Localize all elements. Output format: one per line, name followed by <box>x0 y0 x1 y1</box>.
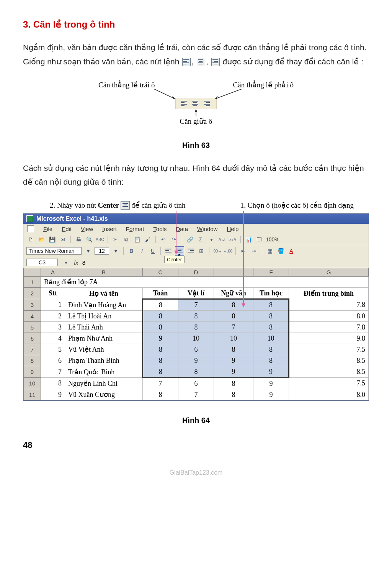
mail-icon[interactable]: ✉ <box>59 235 67 244</box>
col-header[interactable]: G <box>289 268 369 277</box>
cell[interactable]: 9 <box>178 355 214 366</box>
cell[interactable]: Lê Thái Anh <box>65 322 143 333</box>
cell[interactable]: Điểm trung bình <box>289 288 369 299</box>
cell[interactable]: 9 <box>214 366 253 378</box>
cell[interactable]: 8 <box>143 299 178 311</box>
align-center-icon[interactable]: ↖ <box>175 246 184 256</box>
col-header[interactable] <box>214 268 253 277</box>
spreadsheet[interactable]: A B C D F G 1 Bảng điểm lớp 7A 2 Stt Họ … <box>23 268 369 400</box>
cell[interactable]: 8.0 <box>289 389 369 400</box>
col-header[interactable]: B <box>65 268 143 277</box>
cell[interactable]: 8 <box>143 322 178 333</box>
cell[interactable]: 8 <box>143 311 178 322</box>
name-box[interactable]: C3 <box>26 259 58 266</box>
menu-edit[interactable]: Edit <box>62 226 72 232</box>
cell[interactable]: 8 <box>41 378 65 389</box>
autosum-icon[interactable]: Σ <box>196 235 205 244</box>
cell[interactable]: 9 <box>143 333 178 344</box>
cell[interactable]: 7 <box>214 322 253 333</box>
cell[interactable]: 8 <box>253 311 289 322</box>
cell[interactable]: 8 <box>143 355 178 366</box>
cell[interactable]: 9 <box>214 355 253 366</box>
row-header[interactable]: 11 <box>24 389 41 400</box>
cell[interactable]: 9 <box>253 366 289 378</box>
save-icon[interactable]: 💾 <box>48 235 56 244</box>
increase-decimal-icon[interactable]: .00→ <box>213 247 221 255</box>
spellcheck-icon[interactable]: ABC <box>96 235 104 244</box>
row-header[interactable]: 7 <box>24 344 41 355</box>
italic-icon[interactable]: I <box>138 247 146 255</box>
cell[interactable]: Trần Quốc Bình <box>65 366 143 378</box>
sort-asc-icon[interactable]: A↓Z <box>218 235 226 244</box>
increase-indent-icon[interactable]: ⇥ <box>250 247 258 255</box>
cell[interactable]: 7.5 <box>289 378 369 389</box>
cell[interactable]: 1 <box>41 299 65 311</box>
cell[interactable]: Toán <box>143 288 178 299</box>
cell[interactable]: 9 <box>41 389 65 400</box>
cell[interactable]: 10 <box>253 333 289 344</box>
cell[interactable]: 8 <box>143 389 178 400</box>
new-icon[interactable]: 🗋 <box>26 235 35 244</box>
decrease-indent-icon[interactable]: ⇤ <box>239 247 248 255</box>
redo-icon[interactable]: ↷ <box>170 235 178 244</box>
zoom-value[interactable]: 100% <box>266 236 279 243</box>
cell[interactable]: 8 <box>214 389 253 400</box>
row-header[interactable]: 2 <box>24 288 41 299</box>
preview-icon[interactable]: 🔍 <box>85 235 93 244</box>
cell[interactable]: 10 <box>178 333 214 344</box>
align-left-icon[interactable] <box>164 247 173 255</box>
row-header[interactable]: 6 <box>24 333 41 344</box>
font-color-icon[interactable]: A <box>287 247 296 255</box>
col-header[interactable]: F <box>253 268 289 277</box>
cell[interactable]: 8 <box>253 322 289 333</box>
row-header[interactable]: 8 <box>24 355 41 366</box>
col-header[interactable]: A <box>41 268 65 277</box>
bold-icon[interactable]: B <box>127 247 136 255</box>
col-header[interactable]: D <box>178 268 214 277</box>
dropdown-icon[interactable]: ▾ <box>207 235 216 244</box>
cell[interactable]: 9 <box>253 389 289 400</box>
cell[interactable]: 7.8 <box>289 299 369 311</box>
cell[interactable]: Đinh Vạn Hoàng An <box>65 299 143 311</box>
fontsize-selector[interactable]: 12 <box>95 247 109 255</box>
menu-file[interactable]: File <box>43 226 52 232</box>
cell[interactable]: Phạm Thanh Bình <box>65 355 143 366</box>
copy-icon[interactable]: ⧉ <box>122 235 131 244</box>
row-header[interactable]: 4 <box>24 311 41 322</box>
menu-tools[interactable]: Tools <box>153 226 167 232</box>
menu-help[interactable]: Help <box>227 226 238 232</box>
cell[interactable]: 7.5 <box>289 344 369 355</box>
cell[interactable]: 8.5 <box>289 366 369 378</box>
row-header[interactable]: 9 <box>24 366 41 378</box>
cell[interactable]: 8 <box>253 344 289 355</box>
corner-cell[interactable] <box>24 268 41 277</box>
row-header[interactable]: 1 <box>24 277 41 288</box>
cell[interactable]: 8 <box>214 311 253 322</box>
cell[interactable]: 6 <box>41 355 65 366</box>
cell[interactable]: 9.8 <box>289 333 369 344</box>
menu-insert[interactable]: Insert <box>102 226 117 232</box>
cell[interactable]: 8 <box>214 344 253 355</box>
cell[interactable]: Vật lí <box>178 288 214 299</box>
cell[interactable]: 8 <box>143 344 178 355</box>
decrease-decimal-icon[interactable]: ←.00 <box>224 247 232 255</box>
row-header[interactable]: 3 <box>24 299 41 311</box>
cell[interactable]: 8.5 <box>289 355 369 366</box>
format-painter-icon[interactable]: 🖌 <box>144 235 152 244</box>
merge-center-icon[interactable]: ⊞ <box>197 247 206 255</box>
cell[interactable]: Bảng điểm lớp 7A <box>41 277 369 288</box>
cell[interactable]: 2 <box>41 311 65 322</box>
cell[interactable]: Vũ Xuân Cương <box>65 389 143 400</box>
cell[interactable]: Họ và tên <box>65 288 143 299</box>
cell[interactable]: Nguyễn Linh Chi <box>65 378 143 389</box>
print-icon[interactable]: 🖶 <box>74 235 83 244</box>
cell[interactable]: 9 <box>253 378 289 389</box>
cell[interactable]: 7 <box>143 378 178 389</box>
cell[interactable]: 7 <box>178 389 214 400</box>
open-icon[interactable]: 📂 <box>37 235 46 244</box>
dropdown-icon[interactable]: ▾ <box>111 247 120 255</box>
menu-format[interactable]: Format <box>126 226 144 232</box>
font-selector[interactable]: Times New Roman <box>26 247 82 255</box>
row-header[interactable]: 5 <box>24 322 41 333</box>
cell[interactable]: Ngữ văn <box>214 288 253 299</box>
